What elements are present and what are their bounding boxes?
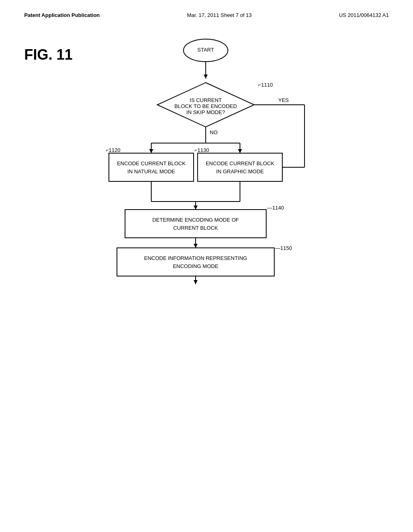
fig11-1130-line2: IN GRAPHIC MODE — [216, 168, 264, 175]
fig11-decision-line2: BLOCK TO BE ENCODED — [175, 103, 237, 109]
fig11-decision-line3: IN SKIP MODE? — [186, 109, 225, 115]
fig11-1120-line2: IN NATURAL MODE — [127, 168, 175, 175]
fig11-1150-label: —1150 — [275, 245, 292, 251]
svg-marker-11 — [149, 149, 153, 153]
svg-marker-2 — [204, 75, 208, 79]
svg-marker-24 — [194, 244, 198, 248]
page: Patent Application Publication Mar. 17, … — [0, 0, 413, 532]
fig11-1120-line1: ENCODE CURRENT BLOCK — [117, 160, 186, 166]
svg-rect-15 — [109, 153, 194, 181]
header-left: Patent Application Publication — [24, 12, 100, 18]
fig11-1140-line1: DETERMINE ENCODING MODE OF — [152, 217, 239, 223]
fig11-1150-line2: ENCODING MODE — [173, 263, 219, 269]
header: Patent Application Publication Mar. 17, … — [24, 12, 389, 18]
fig11-1120-label: ⌐1120 — [106, 147, 121, 153]
svg-rect-16 — [198, 153, 282, 181]
fig11-1110-label: ⌐1110 — [258, 82, 273, 88]
svg-marker-21 — [194, 206, 198, 210]
fig11-container: FIG. 11 START IS CURRENT BLOCK TO BE ENC… — [24, 34, 389, 284]
fig11-yes-label: YES — [278, 97, 289, 103]
fig11-1130-label: ⌐1130 — [194, 147, 209, 153]
svg-rect-25 — [117, 248, 274, 276]
fig11-label: FIG. 11 — [24, 46, 73, 63]
header-right: US 2011/0064132 A1 — [339, 12, 389, 18]
svg-rect-22 — [125, 210, 266, 238]
svg-marker-27 — [194, 280, 198, 284]
fig11-1130-line1: ENCODE CURRENT BLOCK — [206, 160, 275, 166]
fig11-diagram: START IS CURRENT BLOCK TO BE ENCODED IN … — [81, 34, 331, 284]
fig11-1140-line2: CURRENT BLOCK — [173, 225, 218, 231]
fig11-1150-line1: ENCODE INFORMATION REPRESENTING — [144, 255, 247, 261]
fig11-start-label: START — [197, 47, 214, 53]
fig11-1140-label: —1140 — [267, 205, 284, 211]
header-center: Mar. 17, 2011 Sheet 7 of 13 — [187, 12, 252, 18]
fig11-no-label: NO — [210, 129, 218, 135]
fig11-decision-line1: IS CURRENT — [190, 97, 222, 103]
svg-marker-14 — [238, 149, 242, 153]
